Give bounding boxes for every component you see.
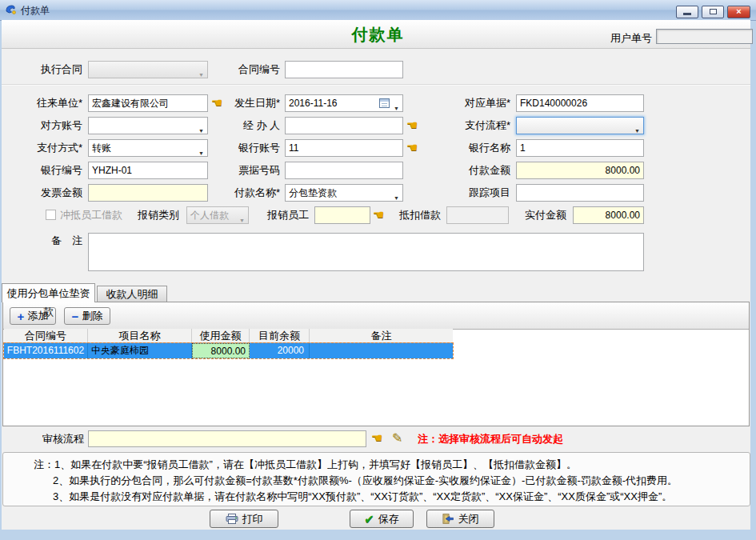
bank-account-label: 银行账号 bbox=[230, 139, 280, 157]
maximize-button[interactable] bbox=[702, 6, 724, 18]
cell-balance: 20000 bbox=[250, 343, 310, 358]
date-label: 发生日期* bbox=[230, 94, 280, 112]
pay-method-combo[interactable]: 转账▼ bbox=[88, 139, 208, 157]
track-project-label: 跟踪项目 bbox=[461, 184, 510, 202]
window-title: 付款单 bbox=[21, 4, 50, 18]
plus-icon: + bbox=[18, 310, 25, 322]
counter-account-label: 对方账号 bbox=[22, 117, 82, 134]
expense-employee-input[interactable] bbox=[314, 206, 370, 224]
close-form-button[interactable]: 关闭 bbox=[426, 510, 494, 528]
contract-no-label: 合同编号 bbox=[230, 61, 280, 78]
check-icon: ✔ bbox=[364, 512, 374, 526]
expense-type-label: 报销类别 bbox=[128, 206, 179, 224]
bill-no-input[interactable] bbox=[285, 162, 403, 179]
user-no-label: 用户单号 bbox=[610, 31, 652, 46]
payment-window: 付款单 × 付款单 用户单号 执行合同 ▼ 合同编号 往来单位* ☚ 发生日期*… bbox=[0, 0, 756, 540]
handler-label: 经 办 人 bbox=[230, 117, 280, 134]
bill-no-label: 票据号码 bbox=[230, 162, 280, 179]
bank-code-input[interactable] bbox=[88, 162, 208, 179]
vendor-label: 往来单位* bbox=[22, 94, 82, 112]
chevron-down-icon: ▼ bbox=[394, 190, 399, 202]
execute-contract-label: 执行合同 bbox=[22, 61, 82, 78]
close-icon: × bbox=[728, 6, 750, 17]
pen-icon[interactable]: ✎ bbox=[392, 430, 408, 447]
divider bbox=[2, 84, 750, 86]
tab-payee-detail[interactable]: 收款人明细 bbox=[97, 286, 167, 302]
expense-type-combo: 个人借款▼ bbox=[186, 206, 249, 224]
save-button[interactable]: ✔ 保存 bbox=[350, 510, 414, 528]
minimize-icon bbox=[683, 13, 691, 15]
grid-header-balance: 目前余额 bbox=[250, 329, 310, 343]
chevron-down-icon: ▼ bbox=[634, 123, 640, 134]
audit-note: 注：选择审核流程后可自动发起 bbox=[418, 430, 563, 448]
grid-header-project-name: 项目名称 bbox=[88, 329, 192, 343]
cell-note bbox=[310, 343, 453, 358]
audit-flow-label: 审核流程 bbox=[40, 430, 84, 448]
calendar-icon[interactable] bbox=[379, 98, 390, 108]
doc-no-label: 对应单据* bbox=[461, 94, 510, 112]
handler-input[interactable] bbox=[285, 117, 403, 134]
execute-contract-combo: ▼ bbox=[88, 61, 208, 78]
cell-project-name: 中央豪庭柿园 bbox=[88, 343, 192, 358]
counter-account-combo[interactable]: ▼ bbox=[88, 117, 208, 134]
pay-method-label: 支付方式* bbox=[22, 139, 82, 157]
date-input[interactable]: 2016-11-16▼ bbox=[285, 94, 403, 112]
chevron-down-icon: ▼ bbox=[198, 67, 204, 78]
bank-code-label: 银行编号 bbox=[22, 162, 82, 179]
printer-icon bbox=[226, 514, 238, 524]
deduct-loan-input bbox=[446, 206, 509, 224]
notes-line-1: 注：1、如果在付款中要“报销员工借款”，请在【冲抵员工借款】上打钩，并填写好【报… bbox=[34, 458, 577, 472]
actual-amount-label: 实付金额 bbox=[518, 206, 566, 224]
expense-employee-label: 报销员工 bbox=[264, 206, 309, 224]
app-icon bbox=[4, 3, 17, 16]
pay-amount-label: 付款金额 bbox=[461, 162, 510, 179]
doc-no-input[interactable] bbox=[516, 94, 644, 112]
close-button[interactable]: × bbox=[727, 6, 750, 18]
grid-header-used-amount: 使用金额 bbox=[192, 329, 250, 343]
actual-amount-input[interactable] bbox=[573, 206, 644, 224]
memo-textarea[interactable] bbox=[88, 233, 644, 271]
user-no-input[interactable] bbox=[656, 29, 753, 44]
chevron-down-icon: ▼ bbox=[198, 123, 204, 134]
bank-name-label: 银行名称 bbox=[461, 139, 510, 157]
grid-toolbar bbox=[3, 302, 749, 330]
hand-picker-icon[interactable]: ☚ bbox=[211, 94, 227, 112]
vendor-input[interactable] bbox=[88, 94, 208, 112]
offset-loan-checkbox bbox=[46, 210, 56, 220]
notes-line-2: 2、如果执行的分包合同，那么可付款金额=付款基数*付款限额%-（应收履约保证金-… bbox=[53, 474, 678, 488]
cell-contract-no: FBHT2016111602 bbox=[4, 343, 88, 358]
grid-header-note: 备注 bbox=[310, 329, 453, 343]
tab-subcontract-advance[interactable]: 使用分包单位垫资款 bbox=[2, 283, 95, 302]
table-row[interactable]: FBHT2016111602 中央豪庭柿园 8000.00 20000 bbox=[4, 343, 453, 358]
cell-used-amount[interactable]: 8000.00 bbox=[192, 343, 250, 358]
deduct-loan-label: 抵扣借款 bbox=[396, 206, 441, 224]
maximize-icon bbox=[710, 9, 717, 14]
pay-name-label: 付款名称* bbox=[230, 184, 280, 202]
contract-no-input[interactable] bbox=[285, 61, 403, 78]
chevron-down-icon[interactable]: ▼ bbox=[394, 101, 399, 112]
hand-picker-icon[interactable]: ☚ bbox=[406, 117, 422, 134]
print-button[interactable]: 打印 bbox=[210, 510, 278, 528]
offset-loan-label: 冲抵员工借款 bbox=[60, 206, 136, 224]
chevron-down-icon: ▼ bbox=[239, 213, 245, 224]
pay-name-combo[interactable]: 分包垫资款▼ bbox=[285, 184, 403, 202]
chevron-down-icon: ▼ bbox=[198, 146, 204, 157]
track-project-input[interactable] bbox=[516, 184, 644, 202]
invoice-amount-input[interactable] bbox=[88, 184, 208, 202]
audit-flow-input[interactable] bbox=[88, 430, 366, 447]
grid-header-contract-no: 合同编号 bbox=[4, 329, 88, 343]
hand-picker-icon[interactable]: ☚ bbox=[371, 430, 387, 447]
hand-picker-icon[interactable]: ☚ bbox=[406, 139, 422, 157]
bank-name-input[interactable] bbox=[516, 139, 644, 157]
minimize-button[interactable] bbox=[676, 6, 698, 18]
hand-picker-icon[interactable]: ☚ bbox=[373, 206, 389, 224]
notes-line-3: 3、如果是付款没有对应付款单据，请在付款名称中写明“XX预付款”、“XX订货款”… bbox=[53, 490, 672, 504]
invoice-amount-label: 发票金额 bbox=[22, 184, 82, 202]
bank-account-input[interactable] bbox=[285, 139, 403, 157]
pay-flow-combo[interactable]: ▼ bbox=[516, 117, 644, 134]
memo-label: 备 注 bbox=[22, 232, 82, 250]
pay-flow-label: 支付流程* bbox=[461, 117, 510, 134]
delete-button[interactable]: −删除 bbox=[64, 307, 110, 325]
door-icon bbox=[442, 514, 454, 524]
pay-amount-input[interactable] bbox=[516, 162, 644, 179]
